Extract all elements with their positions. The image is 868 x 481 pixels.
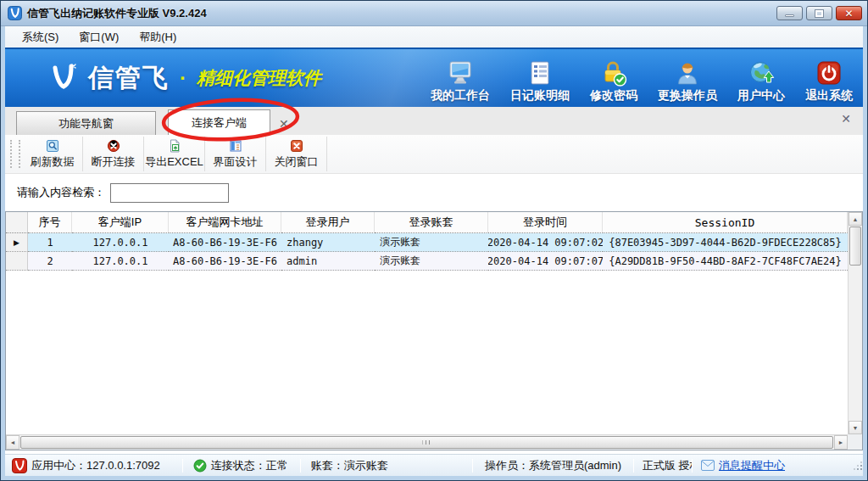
exit-system-button[interactable]: 退出系统 [805, 59, 853, 103]
switch-operator-button[interactable]: 更换操作员 [658, 59, 717, 103]
cell-login-user[interactable]: admin [281, 252, 375, 271]
disconnect-icon [107, 139, 120, 153]
export-excel-button[interactable]: 导出EXCEL [144, 135, 204, 173]
resize-grip[interactable] [853, 461, 863, 471]
horizontal-scroll-thumb[interactable] [20, 436, 833, 449]
cell-client-ip[interactable]: 127.0.0.1 [72, 252, 169, 271]
brand-separator: · [180, 66, 186, 90]
menu-system[interactable]: 系统(S) [14, 28, 67, 47]
search-input[interactable] [110, 183, 229, 203]
connection-status: 连接状态：正常 [193, 458, 288, 473]
operator-status: 操作员：系统管理员(admin) [485, 458, 621, 473]
vertical-scroll-thumb[interactable] [849, 227, 861, 266]
user-center-button[interactable]: 用户中心 [737, 59, 785, 103]
cell-mac[interactable]: A8-60-B6-19-3E-F6 [169, 233, 281, 252]
minimize-icon [785, 14, 794, 17]
disconnect-button[interactable]: 断开连接 [83, 135, 143, 173]
ui-design-label: 界面设计 [214, 154, 258, 170]
refresh-data-icon [46, 139, 59, 153]
col-header-login-user[interactable]: 登录用户 [281, 212, 375, 233]
ui-design-icon [229, 139, 242, 153]
menu-help[interactable]: 帮助(H) [131, 28, 185, 47]
tab-close-icon[interactable]: ✕ [279, 118, 289, 130]
account-set-text: 账套：演示账套 [311, 458, 388, 473]
status-bar: 应用中心：127.0.0.1:7092 连接状态：正常 账套：演示账套 操作员：… [5, 454, 863, 476]
toolbar-gripper[interactable] [10, 140, 20, 168]
row-selector[interactable] [6, 252, 28, 271]
connection-text: 连接状态：正常 [211, 458, 288, 473]
row-selector-header[interactable] [6, 212, 28, 233]
restore-button[interactable] [806, 6, 832, 20]
export-excel-label: 导出EXCEL [145, 154, 203, 170]
brand-slogan: 精细化管理软件 [197, 66, 321, 90]
workstation-label: 我的工作台 [431, 88, 490, 103]
cell-login-time[interactable]: 2020-04-14 09:07:07 [488, 252, 603, 271]
status-separator [633, 459, 634, 473]
refresh-data-button[interactable]: 刷新数据 [22, 135, 82, 173]
toolbar: 刷新数据 断开连接 导出EXCEL [5, 135, 863, 174]
license-status: 正式版 授权 [643, 458, 692, 473]
ui-design-button[interactable]: 界面设计 [205, 135, 265, 173]
status-separator [472, 459, 473, 473]
cell-mac[interactable]: A8-60-B6-19-3E-F6 [169, 252, 281, 271]
status-separator [300, 459, 301, 473]
change-password-button[interactable]: 修改密码 [590, 59, 637, 103]
scrollbar-corner [848, 434, 862, 450]
clients-grid: 序号 客户端IP 客户端网卡地址 登录用户 登录账套 登录时间 SessionI… [5, 211, 863, 450]
disconnect-label: 断开连接 [92, 154, 136, 170]
cell-login-time[interactable]: 2020-04-14 09:07:02 [488, 233, 603, 252]
cell-client-ip[interactable]: 127.0.0.1 [72, 233, 169, 252]
title-bar[interactable]: 信管飞出纳记账软件专业版 V9.2.424 ✕ [1, 1, 867, 26]
envelope-icon [701, 460, 715, 471]
refresh-data-label: 刷新数据 [31, 154, 75, 170]
col-header-seq[interactable]: 序号 [28, 212, 72, 233]
journal-detail-label: 日记账明细 [510, 88, 570, 103]
cell-login-user[interactable]: zhangy [281, 233, 375, 252]
scroll-down-icon[interactable]: ▼ [849, 421, 862, 434]
cell-seq[interactable]: 1 [28, 233, 72, 252]
app-window: 信管飞出纳记账软件专业版 V9.2.424 ✕ 系统(S) 窗口(W) 帮助(H… [0, 0, 868, 481]
row-pointer-icon[interactable]: ▶ [6, 233, 28, 252]
col-header-login-time[interactable]: 登录时间 [488, 212, 603, 233]
workstation-icon [446, 59, 475, 87]
horizontal-scrollbar[interactable]: ◄ ► [6, 434, 848, 450]
col-header-client-ip[interactable]: 客户端IP [72, 212, 169, 233]
cell-session-id[interactable]: {87E03945-3D97-4044-B62D-9FDECE228C85} [603, 233, 848, 252]
col-header-mac[interactable]: 客户端网卡地址 [169, 212, 281, 233]
scroll-right-icon[interactable]: ► [834, 435, 848, 450]
scroll-left-icon[interactable]: ◄ [6, 435, 19, 450]
grid-header-row: 序号 客户端IP 客户端网卡地址 登录用户 登录账套 登录时间 SessionI… [6, 212, 848, 233]
tab-connected-clients[interactable]: 连接客户端 [168, 109, 270, 135]
change-password-label: 修改密码 [590, 88, 637, 103]
tab-function-navigator[interactable]: 功能导航窗 [16, 111, 156, 135]
cell-seq[interactable]: 2 [28, 252, 72, 271]
cell-account-set[interactable]: 演示账套 [375, 233, 488, 252]
col-header-account-set[interactable]: 登录账套 [375, 212, 488, 233]
switch-operator-icon [674, 59, 701, 87]
tabstrip-close-icon[interactable]: ✕ [841, 112, 851, 126]
search-label: 请输入内容检索： [17, 185, 105, 200]
change-password-icon [600, 59, 627, 87]
minimize-button[interactable] [776, 6, 803, 20]
scroll-up-icon[interactable]: ▲ [849, 212, 862, 226]
menu-bar: 系统(S) 窗口(W) 帮助(H) [5, 26, 863, 48]
close-button[interactable]: ✕ [836, 6, 862, 20]
message-center-link[interactable]: 消息提醒中心 [719, 458, 785, 473]
toolbar-separator [326, 137, 327, 171]
status-separator [182, 459, 183, 473]
table-row[interactable]: 2 127.0.0.1 A8-60-B6-19-3E-F6 admin 演示账套… [6, 252, 848, 271]
menu-window[interactable]: 窗口(W) [70, 28, 127, 47]
workstation-button[interactable]: 我的工作台 [431, 59, 490, 103]
close-window-button[interactable]: 关闭窗口 [266, 135, 326, 173]
close-icon: ✕ [844, 8, 853, 19]
brand-banner: 信管飞 · 精细化管理软件 我的工作台 [5, 48, 863, 107]
journal-detail-button[interactable]: 日记账明细 [510, 59, 570, 103]
vertical-scrollbar[interactable]: ▲ ▼ [848, 212, 862, 434]
cell-session-id[interactable]: {A29DD81B-9F50-44BD-8AF2-7CF48FC7AE24} [603, 252, 848, 271]
tab-strip: 功能导航窗 连接客户端 ✕ ✕ [5, 107, 863, 135]
cell-account-set[interactable]: 演示账套 [375, 252, 488, 271]
message-center[interactable]: 消息提醒中心 [701, 458, 785, 473]
search-row: 请输入内容检索： [5, 174, 863, 211]
table-row[interactable]: ▶ 1 127.0.0.1 A8-60-B6-19-3E-F6 zhangy 演… [6, 233, 848, 252]
col-header-session-id[interactable]: SessionID [603, 212, 848, 233]
